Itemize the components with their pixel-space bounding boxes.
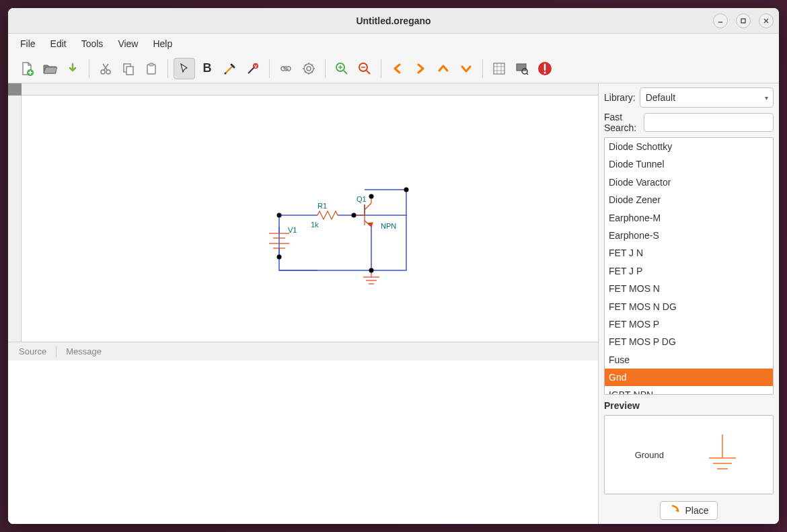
schematic-node [277, 255, 282, 260]
error-button[interactable] [534, 58, 556, 79]
part-item[interactable]: FET MOS P DG [605, 333, 773, 350]
part-item[interactable]: Diode Zener [605, 191, 773, 208]
zoom-out-button[interactable] [354, 58, 375, 79]
nav-right-button[interactable] [410, 58, 431, 79]
window-title: Untitled.oregano [356, 15, 430, 26]
zoom-in-button[interactable] [331, 58, 352, 79]
settings-button[interactable] [298, 58, 320, 79]
part-item[interactable]: Diode Tunnel [605, 155, 773, 173]
preview-text: Ground [635, 450, 664, 460]
parts-list[interactable]: Diode SchottkyDiode TunnelDiode Varactor… [604, 137, 774, 395]
place-button[interactable]: Place [660, 501, 717, 520]
schematic-canvas[interactable]: V1 R1 1k Q1 NPN [22, 96, 598, 342]
schematic-node [369, 268, 374, 273]
preview-box: Ground [604, 415, 774, 494]
find-button[interactable] [511, 58, 533, 79]
library-select[interactable]: Default [640, 87, 774, 108]
nav-up-button[interactable] [433, 58, 454, 79]
preview-label: Preview [604, 399, 774, 411]
part-item[interactable]: Diode Schottky [605, 138, 773, 155]
ruler-horizontal [22, 83, 598, 96]
svg-point-19 [307, 67, 311, 71]
part-item[interactable]: FET MOS N DG [605, 298, 773, 315]
ruler-vertical [8, 96, 22, 342]
bottom-tabs: Source Message [8, 342, 598, 360]
svg-text:V: V [254, 64, 258, 69]
nav-left-button[interactable] [387, 58, 408, 79]
bold-button[interactable]: B [196, 58, 218, 79]
label-r1: R1 [317, 202, 327, 210]
label-npn: NPN [381, 222, 396, 230]
svg-line-34 [527, 73, 528, 75]
part-item[interactable]: Earphone-M [605, 209, 773, 227]
cut-button[interactable] [95, 58, 116, 79]
search-label: Fast Search: [604, 112, 640, 133]
part-item[interactable]: FET J P [605, 262, 773, 280]
label-q1: Q1 [357, 195, 367, 203]
part-item[interactable]: Fuse [605, 351, 773, 369]
part-item[interactable]: FET MOS P [605, 315, 773, 333]
schematic-node [369, 194, 374, 199]
svg-line-25 [367, 71, 370, 74]
parts-panel: Library: Default ▾ Fast Search: Diode Sc… [599, 83, 779, 524]
component-resistor [317, 211, 338, 219]
svg-point-6 [106, 70, 110, 74]
menubar: File Edit Tools View Help [8, 34, 779, 54]
part-item[interactable]: Diode Varactor [605, 174, 773, 191]
open-file-button[interactable] [39, 58, 61, 79]
ruler-corner [8, 83, 22, 96]
schematic-node [404, 188, 409, 192]
menu-view[interactable]: View [111, 36, 145, 52]
svg-rect-17 [287, 67, 291, 71]
tab-message[interactable]: Message [59, 344, 108, 358]
part-item[interactable]: FET MOS N [605, 280, 773, 297]
window-controls [713, 13, 774, 28]
svg-rect-12 [149, 63, 153, 66]
search-input[interactable] [644, 113, 774, 132]
toolbar: B V [8, 54, 779, 83]
nav-down-button[interactable] [455, 58, 477, 79]
copy-button[interactable] [118, 58, 139, 79]
schematic-wires [22, 96, 598, 342]
probe-button[interactable] [219, 58, 241, 79]
app-window: Untitled.oregano File Edit Tools View He… [8, 8, 779, 524]
svg-point-5 [101, 70, 105, 74]
label-v1: V1 [288, 226, 297, 234]
grid-button[interactable] [488, 58, 510, 79]
svg-rect-16 [281, 67, 285, 71]
svg-line-46 [365, 203, 371, 210]
minimize-button[interactable] [713, 13, 728, 28]
menu-file[interactable]: File [13, 36, 42, 52]
part-item[interactable]: Gnd [605, 369, 773, 386]
bottom-content [8, 360, 598, 524]
place-arrow-icon [669, 504, 681, 517]
part-item[interactable]: FET J N [605, 244, 773, 262]
paste-button[interactable] [141, 58, 162, 79]
label-r1-value: 1k [311, 221, 319, 229]
library-label: Library: [604, 92, 636, 103]
svg-rect-10 [126, 67, 133, 75]
menu-edit[interactable]: Edit [44, 36, 73, 52]
pointer-tool-button[interactable] [174, 58, 195, 79]
svg-rect-1 [741, 19, 745, 23]
voltage-probe-button[interactable]: V [242, 58, 264, 79]
menu-tools[interactable]: Tools [75, 36, 110, 52]
svg-line-21 [344, 71, 347, 74]
svg-rect-27 [494, 63, 504, 74]
schematic-node [277, 213, 282, 218]
maximize-button[interactable] [736, 13, 751, 28]
schematic-node [352, 213, 357, 218]
close-button[interactable] [759, 13, 774, 28]
titlebar: Untitled.oregano [8, 8, 779, 34]
svg-point-13 [225, 72, 227, 74]
tab-source[interactable]: Source [12, 344, 53, 358]
svg-rect-32 [517, 64, 526, 71]
link-button[interactable] [275, 58, 297, 79]
part-item[interactable]: Earphone-S [605, 227, 773, 244]
preview-ground-icon [702, 431, 743, 478]
down-arrow-button[interactable] [62, 58, 83, 79]
part-item[interactable]: IGBT-NPN [605, 386, 773, 395]
svg-point-37 [544, 71, 546, 73]
menu-help[interactable]: Help [146, 36, 179, 52]
new-file-button[interactable] [16, 58, 38, 79]
